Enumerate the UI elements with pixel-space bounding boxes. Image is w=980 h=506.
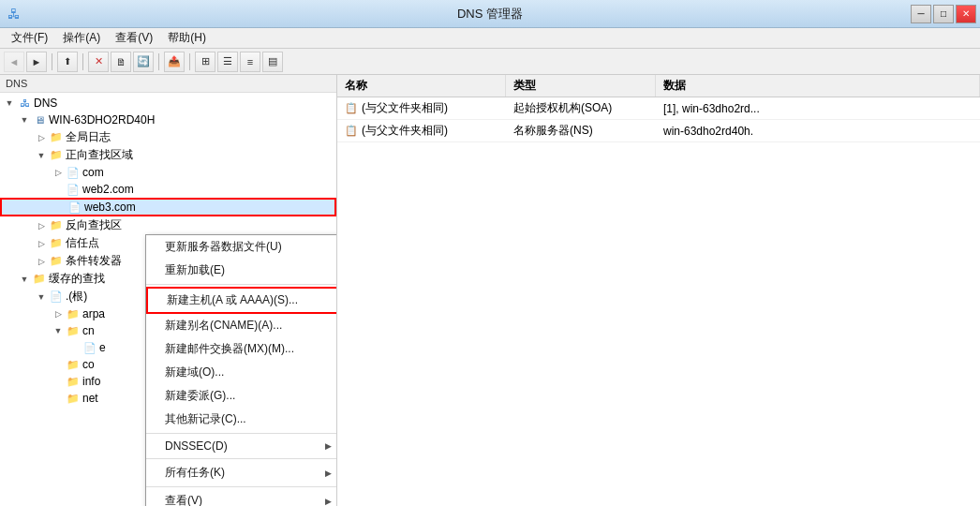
expander-net[interactable] bbox=[51, 391, 66, 406]
expander-web2com[interactable] bbox=[51, 182, 66, 197]
expander-arpa[interactable]: ▷ bbox=[51, 306, 66, 321]
expander-trustpoints[interactable]: ▷ bbox=[34, 236, 49, 251]
icon-trustpoints: 📁 bbox=[49, 236, 64, 251]
expander-forwardzone[interactable]: ▼ bbox=[34, 148, 49, 163]
tree-node-dns[interactable]: ▼ 🖧 DNS bbox=[0, 95, 336, 112]
expander-reversezone[interactable]: ▷ bbox=[34, 218, 49, 233]
ctx-view[interactable]: 查看(V) ▶ bbox=[146, 489, 337, 506]
menu-file[interactable]: 文件(F) bbox=[4, 28, 55, 48]
expander-conditional[interactable]: ▷ bbox=[34, 254, 49, 269]
properties-button[interactable]: 🗎 bbox=[111, 52, 131, 72]
expander-info[interactable] bbox=[51, 374, 66, 389]
forward-button[interactable]: ► bbox=[26, 52, 47, 72]
delete-button[interactable]: ✕ bbox=[88, 52, 109, 72]
cell-data-1: win-63dho2rd40h. bbox=[656, 123, 980, 140]
col-header-type[interactable]: 类型 bbox=[506, 75, 656, 97]
tree-node-com[interactable]: ▷ 📄 com bbox=[0, 164, 336, 181]
title-bar: 🖧 DNS 管理器 ─ □ ✕ bbox=[0, 0, 980, 28]
label-cache: 缓存的查找 bbox=[49, 271, 105, 287]
tree-node-web2com[interactable]: 📄 web2.com bbox=[0, 181, 336, 198]
icon-dns: 🖧 bbox=[17, 96, 32, 111]
tree-node-server[interactable]: ▼ 🖥 WIN-63DHO2RD40H bbox=[0, 112, 336, 128]
ctx-new-mx[interactable]: 新建邮件交换器(MX)(M)... bbox=[146, 337, 337, 361]
expander-cache[interactable]: ▼ bbox=[17, 272, 32, 287]
list-button[interactable]: ≡ bbox=[240, 52, 260, 72]
tree-panel: DNS ▼ 🖧 DNS ▼ 🖥 WIN-63DHO2RD40H ▷ 📁 bbox=[0, 75, 337, 506]
menu-help[interactable]: 帮助(H) bbox=[160, 28, 214, 48]
menu-bar: 文件(F) 操作(A) 查看(V) 帮助(H) bbox=[0, 28, 980, 49]
ctx-reload[interactable]: 重新加载(E) bbox=[146, 259, 337, 282]
menu-view[interactable]: 查看(V) bbox=[108, 28, 160, 48]
title-bar-icon: 🖧 bbox=[7, 7, 21, 22]
refresh-button[interactable]: 🔄 bbox=[133, 52, 154, 72]
icon-cn: 📁 bbox=[66, 323, 81, 338]
expander-e[interactable] bbox=[67, 340, 82, 355]
expander-server[interactable]: ▼ bbox=[17, 112, 32, 127]
label-arpa: arpa bbox=[82, 307, 105, 320]
tree-node-reversezone[interactable]: ▷ 📁 反向查找区 bbox=[0, 216, 336, 234]
icon-arpa: 📁 bbox=[66, 306, 81, 321]
ctx-new-domain[interactable]: 新建域(O)... bbox=[146, 361, 337, 384]
list-header: 名称 类型 数据 bbox=[337, 75, 980, 97]
up-button[interactable]: ⬆ bbox=[57, 52, 78, 72]
export-button[interactable]: 📤 bbox=[164, 52, 185, 72]
large-icons-button[interactable]: ⊞ bbox=[195, 52, 215, 72]
label-reversezone: 反向查找区 bbox=[66, 217, 122, 233]
toolbar-sep-1 bbox=[52, 53, 52, 70]
icon-web3com: 📄 bbox=[67, 200, 82, 215]
label-cn: cn bbox=[82, 324, 95, 337]
expander-cn[interactable]: ▼ bbox=[51, 323, 66, 338]
label-e: e bbox=[99, 341, 106, 354]
label-forwardzone: 正向查找区域 bbox=[66, 147, 133, 163]
icon-record-1: 📋 bbox=[345, 125, 358, 137]
ctx-new-host[interactable]: 新建主机(A 或 AAAA)(S)... bbox=[146, 287, 337, 314]
expander-root[interactable]: ▼ bbox=[34, 290, 49, 305]
list-row-0[interactable]: 📋 (与父文件夹相同) 起始授权机构(SOA) [1], win-63dho2r… bbox=[337, 97, 980, 120]
col-header-name[interactable]: 名称 bbox=[337, 75, 506, 97]
tree-node-forwardzone[interactable]: ▼ 📁 正向查找区域 bbox=[0, 146, 336, 164]
close-button[interactable]: ✕ bbox=[956, 5, 976, 23]
expander-dns[interactable]: ▼ bbox=[2, 96, 17, 111]
ctx-new-delegation[interactable]: 新建委派(G)... bbox=[146, 384, 337, 408]
ctx-dnssec[interactable]: DNSSEC(D) ▶ bbox=[146, 436, 337, 456]
expander-com[interactable]: ▷ bbox=[51, 165, 66, 180]
icon-info: 📁 bbox=[66, 374, 81, 389]
icon-com: 📄 bbox=[66, 165, 81, 180]
icon-reversezone: 📁 bbox=[49, 218, 64, 233]
expander-co[interactable] bbox=[51, 357, 66, 372]
icon-web2com: 📄 bbox=[66, 182, 81, 197]
minimize-button[interactable]: ─ bbox=[911, 5, 931, 23]
maximize-button[interactable]: □ bbox=[933, 5, 954, 23]
expander-web3com[interactable] bbox=[52, 200, 67, 215]
label-server: WIN-63DHO2RD40H bbox=[49, 113, 155, 126]
expander-globallog[interactable]: ▷ bbox=[34, 130, 49, 145]
ctx-other-records[interactable]: 其他新记录(C)... bbox=[146, 408, 337, 431]
cell-data-0: [1], win-63dho2rd... bbox=[656, 100, 980, 117]
main-content: DNS ▼ 🖧 DNS ▼ 🖥 WIN-63DHO2RD40H ▷ 📁 bbox=[0, 75, 980, 506]
icon-net: 📁 bbox=[66, 391, 81, 406]
tree-node-web3com[interactable]: 📄 web3.com bbox=[0, 198, 336, 216]
back-button[interactable]: ◄ bbox=[4, 52, 24, 72]
details-button[interactable]: ▤ bbox=[262, 52, 283, 72]
label-web2com: web2.com bbox=[82, 183, 134, 196]
col-header-data[interactable]: 数据 bbox=[656, 75, 980, 97]
ctx-all-tasks[interactable]: 所有任务(K) ▶ bbox=[146, 461, 337, 484]
context-menu: 更新服务器数据文件(U) 重新加载(E) 新建主机(A 或 AAAA)(S)..… bbox=[145, 234, 337, 506]
ctx-arrow-view: ▶ bbox=[325, 497, 332, 506]
ctx-update-file[interactable]: 更新服务器数据文件(U) bbox=[146, 235, 337, 259]
cell-name-1: 📋 (与父文件夹相同) bbox=[337, 121, 506, 141]
icon-conditional: 📁 bbox=[49, 254, 64, 269]
small-icons-button[interactable]: ☰ bbox=[217, 52, 238, 72]
icon-globallog: 📁 bbox=[49, 130, 64, 145]
ctx-new-alias[interactable]: 新建别名(CNAME)(A)... bbox=[146, 314, 337, 337]
menu-action[interactable]: 操作(A) bbox=[55, 28, 108, 48]
right-panel: 名称 类型 数据 📋 (与父文件夹相同) 起始授权机构(SOA) [1], wi… bbox=[337, 75, 980, 506]
tree-node-globallog[interactable]: ▷ 📁 全局日志 bbox=[0, 128, 336, 146]
icon-server: 🖥 bbox=[32, 112, 47, 127]
ctx-sep-1 bbox=[146, 284, 337, 285]
list-row-1[interactable]: 📋 (与父文件夹相同) 名称服务器(NS) win-63dho2rd40h. bbox=[337, 120, 980, 142]
icon-e: 📄 bbox=[82, 340, 97, 355]
title-bar-controls: ─ □ ✕ bbox=[911, 5, 976, 23]
label-conditional: 条件转发器 bbox=[66, 253, 122, 269]
label-com: com bbox=[82, 166, 104, 179]
